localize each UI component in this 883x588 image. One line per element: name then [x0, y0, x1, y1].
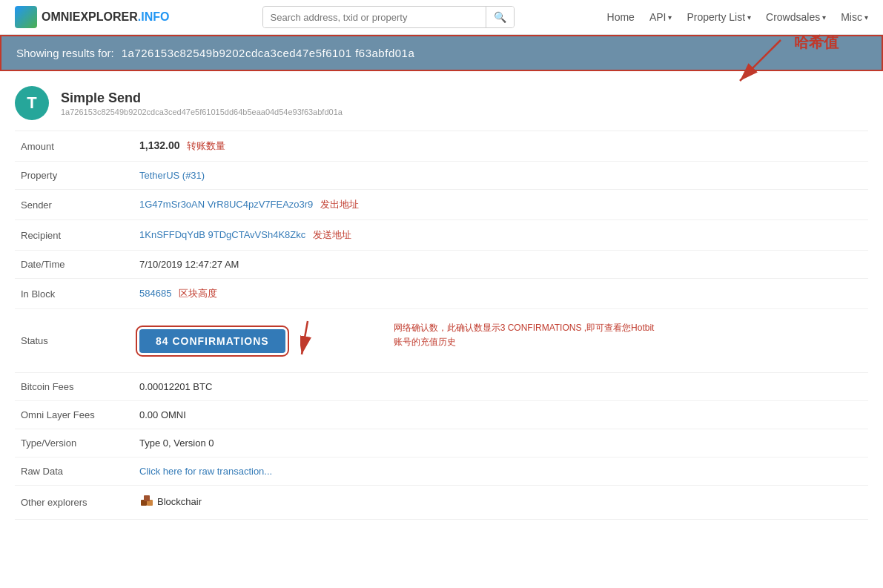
datetime-label: Date/Time: [15, 251, 133, 279]
main-content: Showing results for: 1a726153c82549b9202…: [0, 35, 883, 535]
sender-annotation: 发出地址: [320, 199, 359, 210]
explorers-label: Other explorers: [15, 486, 133, 520]
api-caret-icon: ▾: [668, 13, 672, 22]
datetime-value: 7/10/2019 12:47:27 AM: [133, 251, 868, 279]
svg-line-1: [740, 40, 781, 81]
sender-value-cell: 1G47mSr3oAN VrR8UC4pzV7FEAzo3r9 发出地址: [133, 190, 868, 220]
nav-links: Home API ▾ Property List ▾ Crowdsales ▾: [607, 11, 868, 23]
hash-label-annotation: 哈希值: [794, 34, 839, 50]
search-input[interactable]: [263, 7, 486, 27]
confirmations-button: 84 CONFIRMATIONS: [139, 329, 285, 353]
omnifees-label: Omni Layer Fees: [15, 401, 133, 429]
property-value-cell: TetherUS (#31): [133, 162, 868, 190]
svg-rect-6: [144, 495, 150, 501]
btcfees-value: 0.00012201 BTC: [133, 373, 868, 401]
brand-name: OMNIEXPLORER.INFO: [42, 10, 169, 24]
svg-line-3: [302, 321, 308, 354]
typeversion-row: Type/Version Type 0, Version 0: [15, 429, 868, 457]
amount-row: Amount 1,132.00 转账数量: [15, 131, 868, 162]
brand-logo-area: OMNIEXPLORER.INFO: [15, 6, 169, 28]
inblock-value-cell: 584685 区块高度: [133, 279, 868, 309]
tx-title-area: Simple Send 1a726153c82549b9202cdca3ced4…: [61, 90, 343, 116]
btcfees-row: Bitcoin Fees 0.00012201 BTC: [15, 373, 868, 401]
hash-arrow-icon: [729, 36, 788, 88]
property-list-caret-icon: ▾: [747, 13, 751, 22]
confirm-arrow-icon: [300, 317, 389, 362]
recipient-label: Recipient: [15, 220, 133, 251]
rawdata-row: Raw Data Click here for raw transaction.…: [15, 457, 868, 486]
tx-type-title: Simple Send: [61, 90, 343, 106]
brand-info: .INFO: [138, 10, 170, 23]
hash-annotation-area: 哈希值: [729, 29, 839, 88]
nav-crowdsales[interactable]: Crowdsales ▾: [766, 11, 826, 23]
showing-results-label: Showing results for:: [16, 47, 114, 59]
btcfees-label: Bitcoin Fees: [15, 373, 133, 401]
recipient-value-cell: 1KnSFFDqYdB 9TDgCTAvVSh4K8Zkc 发送地址: [133, 220, 868, 251]
crowdsales-caret-icon: ▾: [822, 13, 826, 22]
inblock-label: In Block: [15, 279, 133, 309]
brand-logo-icon: [15, 6, 37, 28]
confirm-annotation-text: 网络确认数，此确认数显示3 CONFIRMATIONS ,即可查看您Hotbit…: [394, 321, 655, 349]
inblock-row: In Block 584685 区块高度: [15, 279, 868, 309]
omnifees-row: Omni Layer Fees 0.00 OMNI: [15, 401, 868, 429]
recipient-row: Recipient 1KnSFFDqYdB 9TDgCTAvVSh4K8Zkc …: [15, 220, 868, 251]
rawdata-link[interactable]: Click here for raw transaction...: [139, 466, 272, 477]
amount-label: Amount: [15, 131, 133, 162]
nav-api[interactable]: API ▾: [649, 11, 672, 23]
status-value-cell: 84 CONFIRMATIONS: [133, 309, 868, 373]
rawdata-label: Raw Data: [15, 457, 133, 486]
confirm-annotation-area: 网络确认数，此确认数显示3 CONFIRMATIONS ,即可查看您Hotbit…: [300, 317, 655, 364]
misc-caret-icon: ▾: [864, 13, 868, 22]
property-link[interactable]: TetherUS (#31): [139, 170, 205, 181]
property-label: Property: [15, 162, 133, 190]
sender-label: Sender: [15, 190, 133, 220]
explorers-row: Other explorers Blockchair: [15, 486, 868, 520]
sender-link[interactable]: 1G47mSr3oAN VrR8UC4pzV7FEAzo3r9: [139, 199, 313, 210]
status-label: Status: [15, 309, 133, 373]
typeversion-label: Type/Version: [15, 429, 133, 457]
nav-home[interactable]: Home: [607, 11, 635, 23]
blockchair-icon: [139, 494, 154, 509]
transaction-container: T Simple Send 1a726153c82549b9202cdca3ce…: [0, 71, 883, 535]
tx-type-icon: T: [15, 86, 49, 120]
amount-annotation: 转账数量: [187, 140, 225, 151]
recipient-annotation: 发送地址: [313, 229, 351, 240]
nav-misc[interactable]: Misc ▾: [841, 11, 868, 23]
inblock-link[interactable]: 584685: [139, 288, 171, 299]
search-bar[interactable]: 🔍: [262, 6, 515, 28]
amount-number: 1,132.00: [139, 139, 180, 151]
detail-table: Amount 1,132.00 转账数量 Property TetherUS (…: [15, 131, 868, 520]
typeversion-value: Type 0, Version 0: [133, 429, 868, 457]
omnifees-value: 0.00 OMNI: [133, 401, 868, 429]
explorers-value-cell: Blockchair: [133, 486, 868, 520]
property-row: Property TetherUS (#31): [15, 162, 868, 190]
result-bar-wrapper: Showing results for: 1a726153c82549b9202…: [0, 35, 883, 71]
status-row: Status 84 CONFIRMATIONS: [15, 309, 868, 373]
tx-full-hash: 1a726153c82549b9202cdca3ced47e5f61015dd6…: [61, 108, 343, 116]
amount-value-cell: 1,132.00 转账数量: [133, 131, 868, 162]
datetime-row: Date/Time 7/10/2019 12:47:27 AM: [15, 251, 868, 279]
sender-row: Sender 1G47mSr3oAN VrR8UC4pzV7FEAzo3r9 发…: [15, 190, 868, 220]
rawdata-value-cell: Click here for raw transaction...: [133, 457, 868, 486]
inblock-annotation: 区块高度: [179, 288, 217, 299]
brand-omni: OMNIEXPLORER: [42, 10, 138, 23]
nav-property-list[interactable]: Property List ▾: [687, 11, 751, 23]
blockchair-label: Blockchair: [157, 496, 202, 507]
result-hash: 1a726153c82549b9202cdca3ced47e5f6101 f63…: [122, 47, 415, 59]
recipient-link[interactable]: 1KnSFFDqYdB 9TDgCTAvVSh4K8Zkc: [139, 229, 305, 240]
search-button[interactable]: 🔍: [486, 7, 514, 27]
